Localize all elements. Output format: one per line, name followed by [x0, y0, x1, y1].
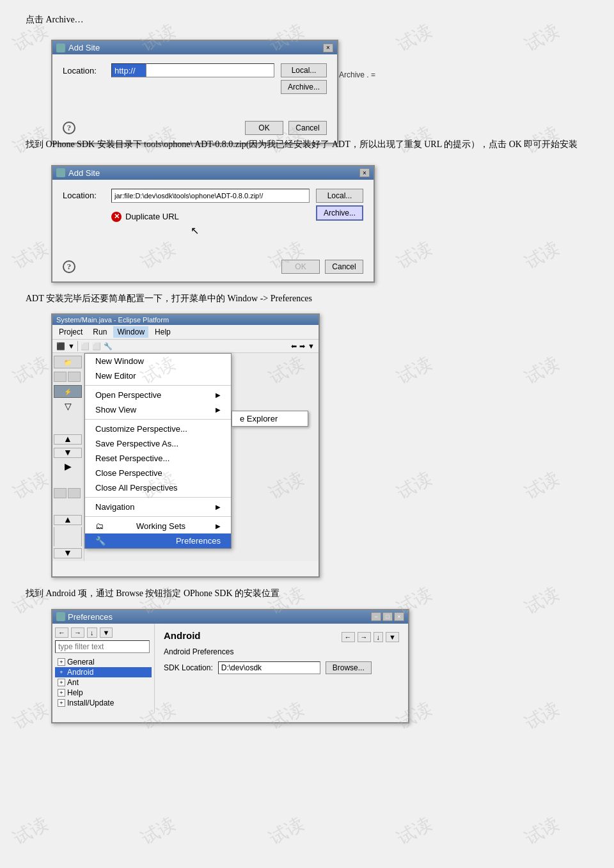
working-sets-arrow: ▶ — [216, 523, 221, 530]
expand-ant[interactable]: + — [58, 679, 65, 686]
sidebar-scroll-down[interactable]: ▼ — [54, 548, 82, 558]
toolbar-nav-1[interactable]: ⬅ — [291, 342, 297, 351]
prefs-tree-help[interactable]: + Help — [55, 688, 152, 698]
dropdown-show-view[interactable]: Show View ▶ — [85, 402, 231, 417]
archive-btn-2[interactable]: Archive... — [316, 205, 363, 221]
expand-help[interactable]: + — [58, 689, 65, 697]
dropdown-sep-4 — [85, 516, 231, 517]
paragraph-2: 找到 OPhone SDK 安装目录下 tools\ophone\ ADT-0.… — [26, 138, 588, 152]
sidebar-icon-c[interactable]: ⚡ — [54, 385, 82, 398]
menu-window[interactable]: Window — [113, 326, 148, 338]
toolbar-icon-3[interactable]: ⬜ — [81, 342, 90, 351]
submenu-popup: e Explorer — [232, 411, 308, 427]
prefs-subtitle: Android Preferences — [164, 647, 399, 656]
cancel-btn-2[interactable]: Cancel — [325, 260, 363, 274]
dialog-add-site-2: Add Site × Location: ✕ Duplicate URL — [51, 165, 375, 283]
dropdown-close-perspective[interactable]: Close Perspective — [85, 466, 231, 480]
open-perspective-arrow: ▶ — [216, 391, 221, 398]
toolbar-nav-3[interactable]: ▼ — [308, 342, 315, 350]
sidebar-icon-a[interactable] — [54, 372, 67, 382]
dropdown-preferences[interactable]: 🔧 Preferences — [85, 533, 231, 548]
dropdown-customize[interactable]: Customize Perspective... — [85, 422, 231, 436]
prefs-footer — [52, 712, 408, 722]
location-input-1[interactable] — [111, 63, 146, 77]
prefs-section-title: Android — [164, 630, 201, 641]
archive-btn-1[interactable]: Archive... — [281, 80, 327, 94]
dialog-close-btn-1[interactable]: × — [323, 43, 333, 52]
toolbar-icon-4[interactable]: ⬜ — [92, 342, 101, 351]
submenu-explorer-label: e Explorer — [240, 414, 278, 423]
ok-btn-2[interactable]: OK — [281, 260, 320, 274]
prefs-search-input[interactable] — [55, 640, 150, 653]
prefs-rt-down-btn[interactable]: ↓ — [374, 632, 384, 642]
prefs-minimize-btn[interactable]: − — [371, 612, 381, 621]
site-icon-1 — [56, 43, 65, 52]
prefs-tree-android[interactable]: + Android — [55, 667, 152, 677]
dropdown-close-all-perspectives[interactable]: Close All Perspectives — [85, 480, 231, 495]
toolbar-icon-2[interactable]: ▼ — [68, 342, 75, 350]
prefs-close-btn[interactable]: × — [394, 612, 404, 621]
archive-annotation: Archive . = — [339, 70, 375, 79]
prefs-rt-back-btn[interactable]: ← — [342, 632, 355, 642]
prefs-tree-general[interactable]: + General — [55, 657, 152, 667]
paragraph-3: ADT 安装完毕后还要简单配置一下，打开菜单中的 Window -> Prefe… — [26, 292, 588, 306]
prefs-browse-btn[interactable]: Browse... — [326, 661, 372, 674]
prefs-forward-btn[interactable]: → — [71, 627, 84, 638]
toolbar-nav-2[interactable]: ➡ — [299, 342, 305, 351]
dropdown-sep-1 — [85, 385, 231, 386]
toolbar-icon-1[interactable]: ⬛ — [56, 342, 65, 351]
dropdown-open-perspective-label: Open Perspective — [95, 390, 161, 400]
dropdown-save-perspective[interactable]: Save Perspective As... — [85, 436, 231, 451]
dropdown-navigation[interactable]: Navigation ▶ — [85, 500, 231, 514]
tree-general-label: General — [67, 658, 95, 667]
dialog-right-btns-2: Local... Archive... — [316, 189, 363, 221]
submenu-explorer[interactable]: e Explorer — [232, 411, 308, 426]
local-btn-1[interactable]: Local... — [281, 63, 327, 77]
help-icon-1[interactable]: ? — [63, 122, 75, 134]
toolbar-icon-5[interactable]: 🔧 — [104, 342, 113, 351]
expand-android[interactable]: + — [58, 668, 65, 676]
prefs-rt-forward-btn[interactable]: → — [358, 632, 371, 642]
dropdown-new-editor[interactable]: New Editor — [85, 368, 231, 383]
expand-install[interactable]: + — [58, 699, 65, 707]
site-icon-2 — [56, 168, 65, 177]
duplicate-url-row: ✕ Duplicate URL — [111, 212, 310, 222]
window-dropdown: New Window New Editor Open Perspective ▶… — [84, 353, 232, 549]
sidebar-play[interactable]: ▶ — [54, 461, 82, 471]
prefs-tree-install[interactable]: + Install/Update — [55, 698, 152, 708]
prefs-tree-ant[interactable]: + Ant — [55, 677, 152, 688]
dropdown-open-perspective[interactable]: Open Perspective ▶ — [85, 388, 231, 402]
location-input-1b[interactable] — [146, 63, 274, 77]
show-view-arrow: ▶ — [216, 406, 221, 413]
prefs-down-btn[interactable]: ↓ — [87, 627, 97, 638]
sidebar-spacer2 — [54, 473, 83, 486]
sidebar-icon-b[interactable] — [68, 372, 81, 382]
sidebar-up-arrow[interactable]: ▲ — [54, 434, 82, 445]
prefs-sdk-input[interactable] — [218, 661, 320, 674]
prefs-maximize-btn[interactable]: □ — [382, 612, 393, 621]
menu-help[interactable]: Help — [151, 326, 175, 338]
sidebar-btn-1[interactable]: 📁 — [54, 356, 82, 368]
sidebar-scroll-up[interactable]: ▲ — [54, 515, 82, 525]
dropdown-working-sets[interactable]: 🗂 Working Sets ▶ — [85, 519, 231, 533]
dropdown-new-window-label: New Window — [95, 356, 144, 366]
help-icon-2[interactable]: ? — [63, 260, 75, 273]
sidebar-icon-e[interactable] — [68, 488, 81, 498]
sidebar-down-arrow[interactable]: ▼ — [54, 448, 82, 458]
prefs-menu-btn[interactable]: ▼ — [100, 627, 113, 638]
cancel-btn-1[interactable]: Cancel — [288, 121, 327, 135]
prefs-back-btn[interactable]: ← — [55, 627, 68, 638]
menu-project[interactable]: Project — [55, 326, 86, 338]
ok-btn-1[interactable]: OK — [245, 121, 283, 135]
local-btn-2[interactable]: Local... — [316, 189, 363, 203]
menu-run[interactable]: Run — [89, 326, 111, 338]
sidebar-icon-d[interactable] — [54, 488, 67, 498]
location-input-2[interactable] — [111, 189, 310, 203]
expand-general[interactable]: + — [58, 658, 65, 666]
sidebar-arrow-down[interactable]: ▽ — [54, 401, 82, 411]
dropdown-reset-perspective[interactable]: Reset Perspective... — [85, 451, 231, 466]
dropdown-show-view-label: Show View — [95, 405, 136, 414]
dropdown-new-window[interactable]: New Window — [85, 354, 231, 368]
prefs-rt-menu-btn[interactable]: ▼ — [386, 632, 399, 642]
dialog-close-btn-2[interactable]: × — [359, 168, 370, 177]
